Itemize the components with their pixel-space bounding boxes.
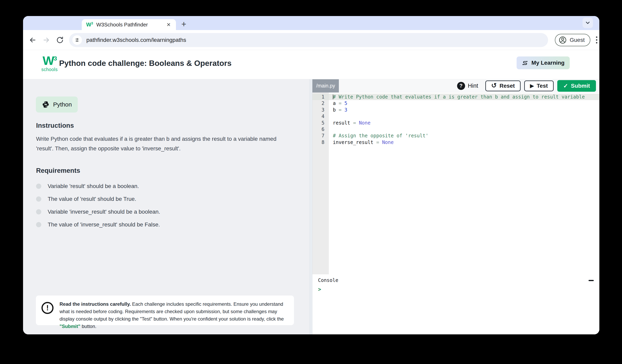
my-learning-label: My Learning bbox=[531, 60, 564, 66]
test-button[interactable]: ▶ Test bbox=[524, 80, 554, 91]
code-line[interactable]: # Assign the opposite of 'result' bbox=[329, 132, 599, 139]
console-collapse-icon[interactable] bbox=[588, 280, 594, 281]
url-text[interactable]: pathfinder.w3schools.com/learningpaths bbox=[86, 37, 186, 43]
guest-label: Guest bbox=[570, 37, 585, 43]
requirement-status-icon bbox=[36, 222, 41, 227]
code-line[interactable] bbox=[329, 113, 599, 120]
new-tab-button[interactable]: + bbox=[181, 20, 186, 29]
tab-search-button[interactable] bbox=[583, 18, 593, 28]
w3schools-favicon-icon: W3 bbox=[86, 22, 93, 28]
tab-title: W3Schools Pathfinder bbox=[96, 22, 162, 28]
learning-path-icon bbox=[522, 59, 529, 66]
guest-profile-button[interactable]: Guest bbox=[555, 34, 590, 46]
chevron-down-icon bbox=[585, 20, 591, 26]
requirements-list: Variable 'result' should be a boolean. T… bbox=[36, 180, 160, 231]
code-line[interactable]: inverse_result = None bbox=[329, 139, 599, 146]
content: Python Instructions Write Python code th… bbox=[23, 79, 599, 334]
python-icon bbox=[42, 101, 50, 108]
requirement-item: Variable 'result' should be a boolean. bbox=[36, 180, 160, 193]
requirement-item: The value of 'result' should be True. bbox=[36, 193, 160, 205]
play-icon: ▶ bbox=[530, 83, 534, 89]
check-icon: ✓ bbox=[563, 82, 568, 89]
back-icon[interactable] bbox=[29, 36, 37, 44]
requirements-title: Requirements bbox=[36, 167, 80, 174]
requirement-item: The value of 'inverse_result' should be … bbox=[36, 218, 160, 231]
instructions-title: Instructions bbox=[36, 122, 74, 129]
console-prompt: > bbox=[318, 286, 321, 292]
requirement-status-icon bbox=[36, 209, 41, 215]
page-title: Python code challenge: Booleans & Operat… bbox=[59, 59, 232, 68]
code-editor[interactable]: 12345678 # Write Python code that evalua… bbox=[312, 92, 599, 274]
note-card: ! Read the instructions carefully. Each … bbox=[36, 295, 294, 325]
my-learning-button[interactable]: My Learning bbox=[517, 56, 570, 69]
site-settings-icon[interactable] bbox=[72, 35, 82, 45]
reset-icon: ↺ bbox=[491, 82, 497, 89]
requirement-status-icon bbox=[36, 183, 41, 189]
url-bar[interactable]: pathfinder.w3schools.com/learningpaths bbox=[69, 33, 548, 47]
requirement-item: Variable 'inverse_result' should be a bo… bbox=[36, 205, 160, 218]
code-line[interactable]: # Write Python code that evaluates if a … bbox=[329, 94, 599, 100]
note-text: Read the instructions carefully. Each ch… bbox=[59, 300, 288, 330]
instructions-text: Write Python code that evaluates if a is… bbox=[36, 134, 297, 153]
tab-close-icon[interactable]: ✕ bbox=[166, 22, 172, 28]
submit-button[interactable]: ✓ Submit bbox=[557, 80, 596, 92]
console-panel: Console > bbox=[312, 274, 599, 334]
challenge-panel: Python Instructions Write Python code th… bbox=[23, 79, 310, 334]
panel-divider[interactable] bbox=[310, 79, 312, 334]
browser-tab[interactable]: W3 W3Schools Pathfinder ✕ bbox=[82, 19, 176, 30]
reset-button[interactable]: ↺ Reset bbox=[485, 80, 521, 91]
requirement-status-icon bbox=[36, 196, 41, 202]
w3schools-logo[interactable]: W3 schools bbox=[36, 55, 63, 72]
browser-toolbar: pathfinder.w3schools.com/learningpaths G… bbox=[23, 30, 599, 50]
page-header: W3 schools Python code challenge: Boolea… bbox=[23, 50, 599, 79]
hint-button[interactable]: ? Hint bbox=[457, 82, 478, 90]
editor-panel: /main.py ? Hint ↺ Reset ▶ Test ✓ Submit bbox=[312, 79, 599, 334]
browser-menu-icon[interactable] bbox=[596, 36, 597, 43]
code-line[interactable]: a = 5 bbox=[329, 100, 599, 107]
code-line[interactable]: b = 3 bbox=[329, 107, 599, 113]
code-line[interactable]: result = None bbox=[329, 120, 599, 126]
gutter: 12345678 bbox=[312, 92, 329, 274]
question-icon: ? bbox=[457, 82, 465, 90]
language-badge: Python bbox=[36, 96, 78, 112]
hint-label: Hint bbox=[468, 82, 478, 89]
reload-icon[interactable] bbox=[56, 36, 64, 44]
alert-icon: ! bbox=[41, 302, 54, 314]
code-lines[interactable]: # Write Python code that evaluates if a … bbox=[329, 92, 599, 274]
file-tab-main-py[interactable]: /main.py bbox=[312, 79, 339, 92]
language-badge-label: Python bbox=[53, 101, 72, 108]
editor-toolbar: /main.py ? Hint ↺ Reset ▶ Test ✓ Submit bbox=[312, 79, 599, 92]
code-line[interactable] bbox=[329, 126, 599, 132]
console-label: Console bbox=[318, 277, 338, 283]
tab-strip: W3 W3Schools Pathfinder ✕ + bbox=[23, 16, 599, 30]
forward-icon[interactable] bbox=[42, 36, 50, 44]
profile-icon bbox=[559, 36, 567, 44]
browser-window: W3 W3Schools Pathfinder ✕ + pathfinder.w… bbox=[23, 16, 599, 334]
